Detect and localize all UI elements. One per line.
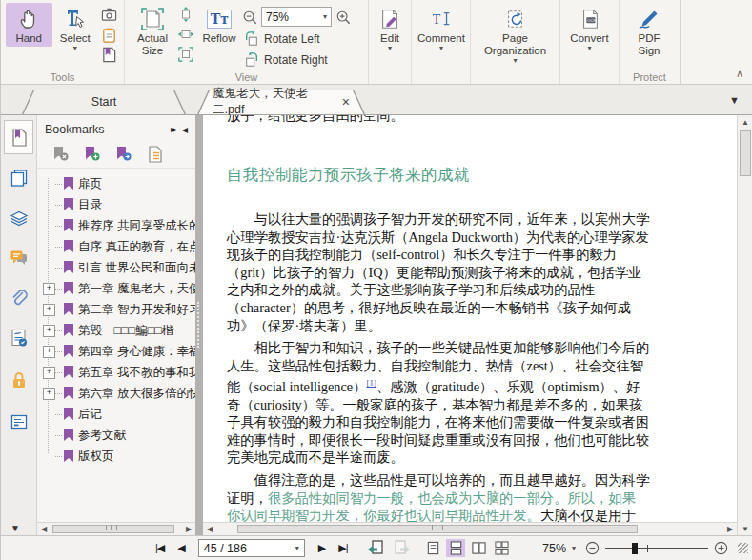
bookmark-label: 引言 世界公民和面向未	[78, 260, 195, 276]
pdf-sign-button[interactable]: PDF Sign	[624, 3, 674, 59]
fields-panel-icon[interactable]	[4, 405, 33, 439]
first-page-icon[interactable]: |◀	[155, 542, 164, 554]
bookmark-item[interactable]: 推荐序 共同享受成长的	[43, 215, 195, 236]
rotate-right-button[interactable]: Rotate Right	[242, 50, 351, 69]
bookmarks-horizontal-scrollbar[interactable]: ◀ ▶	[37, 522, 195, 535]
tab-list-dropdown-icon[interactable]: ▼	[729, 94, 740, 106]
previous-view-icon[interactable]	[367, 540, 384, 555]
bookmark-item[interactable]: 参考文献	[43, 425, 195, 446]
security-panel-icon[interactable]	[4, 363, 33, 397]
more-panels-icon[interactable]: ▼	[10, 523, 20, 533]
reflow-button[interactable]: Tᴛ Reflow	[196, 3, 242, 47]
scroll-down-icon[interactable]: ▼	[738, 522, 752, 535]
bookmark-item[interactable]: 后记	[43, 404, 195, 425]
expand-toggle-icon[interactable]: +	[43, 388, 55, 400]
fit-visible-icon[interactable]	[177, 46, 194, 63]
bookmarks-panel-icon[interactable]	[4, 120, 33, 154]
panel-splitter[interactable]	[195, 115, 203, 535]
document-horizontal-scrollbar[interactable]: ◀ ▶	[203, 522, 737, 535]
scroll-up-icon[interactable]: ▲	[738, 115, 752, 129]
svg-text:T: T	[433, 12, 441, 27]
scroll-right-icon[interactable]: ▶	[723, 523, 737, 535]
page-number-box[interactable]: 45 / 186 ▾	[198, 539, 305, 557]
zoom-out-button[interactable]	[585, 541, 600, 555]
select-tool-button[interactable]: Select ▾	[52, 3, 99, 53]
previous-page-icon[interactable]: ◀	[177, 542, 184, 554]
last-page-icon[interactable]: ▶|	[338, 542, 347, 554]
bookmark-item[interactable]: +第六章 放大很多倍的快	[43, 383, 195, 404]
bookmark-item[interactable]: +第一章 魔鬼老大，天使	[43, 278, 195, 299]
clipboard-icon[interactable]	[100, 26, 117, 43]
next-view-icon[interactable]	[394, 540, 411, 555]
snapshot-icon[interactable]	[100, 6, 117, 23]
zoom-level-value: 75%	[266, 10, 289, 24]
goto-bookmark-icon[interactable]	[115, 146, 132, 163]
fit-width-icon[interactable]	[177, 26, 194, 43]
expand-toggle-icon[interactable]: +	[43, 325, 55, 337]
window-resize-grip[interactable]	[738, 543, 748, 553]
zoom-slider[interactable]	[605, 542, 708, 555]
signature-panel-icon[interactable]	[4, 321, 33, 355]
scroll-left-icon[interactable]: ◀	[37, 523, 51, 535]
attachments-panel-icon[interactable]	[4, 281, 33, 315]
zoom-in-button[interactable]	[714, 541, 728, 555]
expand-toggle-icon[interactable]: +	[43, 346, 55, 358]
zoom-combo-caret-icon: ▾	[323, 13, 327, 20]
expand-panel-icon[interactable]: ▸▸	[171, 124, 174, 134]
bookmark-item[interactable]: 自序 真正的教育，在点	[43, 236, 195, 257]
layers-panel-icon[interactable]	[4, 201, 33, 235]
expand-toggle-icon[interactable]: +	[43, 304, 55, 316]
select-dropdown-caret-icon[interactable]: ▾	[73, 45, 77, 51]
scroll-left-icon[interactable]: ◀	[203, 523, 216, 535]
zoom-out-icon[interactable]	[242, 10, 257, 25]
comments-panel-icon[interactable]	[4, 241, 33, 275]
hand-icon	[17, 6, 40, 32]
bookmark-item[interactable]: 扉页	[43, 173, 195, 194]
bookmark-page-icon[interactable]	[100, 46, 117, 63]
bookmark-item[interactable]: +第五章 我不教的事和我	[43, 362, 195, 383]
bookmark-item[interactable]: +第四章 身心健康：幸福	[43, 341, 195, 362]
bookmark-item[interactable]: +第二章 智力开发和好习	[43, 299, 195, 320]
bookmark-item[interactable]: 引言 世界公民和面向未	[43, 257, 195, 278]
convert-button[interactable]: OCR Convert ▾	[565, 3, 614, 53]
continuous-view-icon[interactable]	[446, 539, 465, 557]
zoom-slider-handle[interactable]	[632, 543, 638, 554]
edit-button[interactable]: Edit ▾	[374, 3, 406, 53]
single-page-view-icon[interactable]	[423, 539, 442, 557]
facing-view-icon[interactable]	[469, 539, 488, 557]
zoom-in-icon[interactable]	[335, 10, 351, 25]
add-bookmark-icon[interactable]	[84, 146, 101, 163]
bookmark-item[interactable]: 版权页	[43, 446, 195, 467]
rotate-left-button[interactable]: Rotate Left	[242, 30, 351, 48]
navigation-panel-strip: ▼	[1, 115, 37, 535]
zoom-level-combobox[interactable]: 75% ▾	[261, 7, 332, 27]
collapse-ribbon-icon[interactable]: ∧	[736, 68, 743, 80]
delete-bookmark-icon[interactable]	[52, 146, 70, 163]
bookmark-item[interactable]: +第毁 □□□鯿□□楷	[43, 320, 195, 341]
scroll-right-icon[interactable]: ▶	[182, 523, 195, 535]
tab-close-icon[interactable]: ×	[342, 95, 350, 109]
fit-page-icon[interactable]	[177, 6, 194, 23]
bookmark-item[interactable]: 目录	[43, 194, 195, 215]
document-body-text: 与以往大量的强调孩子智力开发的研究不同，近年来，以宾州大学 心理学教授安吉拉·达…	[227, 210, 737, 522]
bookmarks-tree: 扉页 目录 推荐序 共同享受成长的 自序 真正的教育，在点 引言 世界公民和面向…	[37, 169, 195, 467]
tab-document[interactable]: 魔鬼老大，天使老二.pdf ×	[197, 90, 365, 114]
hand-tool-button[interactable]: Hand	[6, 3, 52, 47]
paragraph-2: 相比于智力和知识，孩子的一些关键品性更加能够影响他们今后的 人生。这些品性包括毅…	[227, 339, 737, 467]
expand-current-bookmark-icon[interactable]	[147, 146, 164, 163]
document-page[interactable]: 放手，给他更多自由的空间。 自我控制能力预示孩子将来的成就 与以往大量的强调孩子…	[203, 115, 737, 522]
pages-panel-icon[interactable]	[4, 161, 33, 195]
actual-size-button[interactable]: Actual Size	[130, 3, 175, 59]
tab-start[interactable]: Start	[22, 90, 186, 114]
collapse-panel-icon[interactable]: ◂	[182, 123, 188, 136]
document-vertical-scrollbar[interactable]: ▲ ▼	[737, 115, 752, 535]
footnote-link[interactable]: [1]	[367, 378, 377, 388]
comment-button[interactable]: T Comment ▾	[417, 3, 466, 53]
ribbon-group-protect: PDF Sign Protect	[620, 0, 681, 84]
expand-toggle-icon[interactable]: +	[43, 367, 55, 379]
page-organization-button[interactable]: Page Organization ▾	[476, 3, 555, 67]
continuous-facing-view-icon[interactable]	[492, 539, 511, 557]
next-page-icon[interactable]: ▶	[318, 542, 325, 554]
expand-toggle-icon[interactable]: +	[43, 283, 55, 295]
status-zoom-caret-icon[interactable]: ▾	[572, 545, 576, 551]
